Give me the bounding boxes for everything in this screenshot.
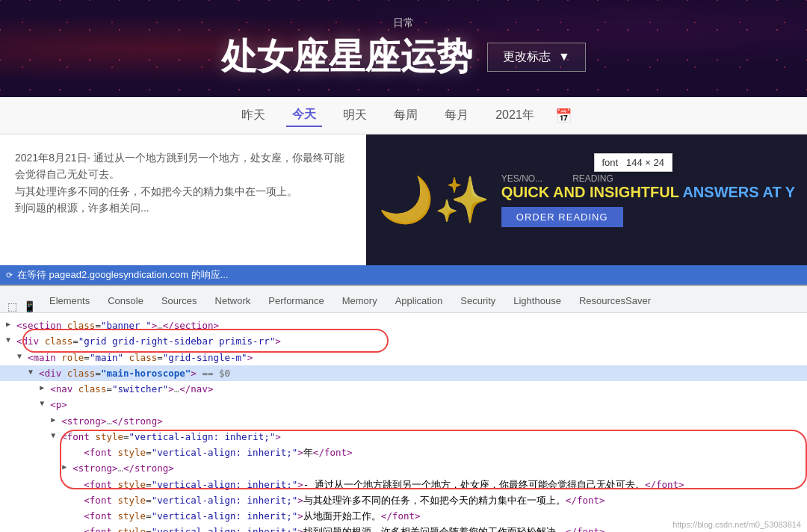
banner-subtitle: 日常 (393, 16, 414, 30)
code-line-6: ▼ <p> (0, 397, 807, 412)
calendar-icon[interactable]: 📅 (555, 108, 572, 124)
content-text3: 到问题的根源，许多相关问... (15, 202, 149, 214)
content-date: 2021年8月21日- (15, 152, 90, 164)
collapse-triangle[interactable]: ▶ (40, 381, 50, 394)
ad-banner: 🌙✨ YES/NO... READING QUICK AND INSIGHTFU… (366, 134, 807, 265)
banner: 日常 处女座星座运势 更改标志 ▼ (0, 0, 807, 97)
banner-title: 处女座星座运势 更改标志 ▼ (221, 33, 586, 81)
collapse-triangle[interactable]: ▶ (6, 318, 16, 330)
code-line-10: ▶ <strong>…</strong> (0, 460, 807, 476)
devtools-tabs: ⬚ 📱 Elements Console Sources Network Per… (0, 286, 807, 313)
nav-year[interactable]: 2021年 (489, 105, 540, 126)
code-panel: ▶ <section class="banner ">…</section> ▼… (0, 313, 807, 532)
tab-network[interactable]: Network (206, 291, 260, 312)
nav-monthly[interactable]: 每月 (439, 105, 474, 126)
code-line-4[interactable]: ▼ <div class="main-horoscope"> == $0 (0, 365, 807, 381)
device-icon[interactable]: 📱 (23, 300, 36, 312)
collapse-triangle[interactable]: ▶ (62, 460, 72, 473)
status-bar: ⟳ 在等待 pagead2.googlesyndication.com 的响应.… (0, 265, 807, 285)
devtools-panel: ⬚ 📱 Elements Console Sources Network Per… (0, 285, 807, 532)
ad-inner: 🌙✨ YES/NO... READING QUICK AND INSIGHTFU… (378, 173, 795, 227)
tab-lighthouse[interactable]: Lighthouse (504, 291, 570, 312)
chevron-down-icon: ▼ (558, 50, 570, 64)
collapse-triangle[interactable]: ▼ (51, 429, 61, 442)
nav-today[interactable]: 今天 (286, 104, 322, 127)
expand-triangle (73, 492, 84, 505)
expand-triangle (73, 445, 84, 457)
tooltip-label: font (602, 157, 619, 168)
content-text: 2021年8月21日- 通过从一个地方跳到另一个地方，处女座，你最终可能会觉得自… (0, 134, 366, 265)
tab-resourcessaver[interactable]: ResourcesSaver (570, 291, 660, 312)
content-area: 2021年8月21日- 通过从一个地方跳到另一个地方，处女座，你最终可能会觉得自… (0, 134, 807, 265)
collapse-triangle[interactable]: ▼ (40, 397, 50, 409)
expand-triangle (73, 524, 84, 532)
tooltip-box: font 144 × 24 (594, 153, 673, 172)
code-line-2: ▼ <div class="grid grid-right-sidebar pr… (0, 333, 807, 349)
devtools-toolbar: ⬚ 📱 (3, 300, 40, 312)
change-logo-label: 更改标志 (503, 49, 551, 65)
nav-bar: 昨天 今天 明天 每周 每月 2021年 📅 (0, 97, 807, 134)
code-line-9: <font style="vertical-align: inherit;">年… (0, 445, 807, 460)
ad-headline: QUICK AND INSIGHTFUL ANSWERS AT Y (501, 184, 795, 201)
status-text: 在等待 pagead2.googlesyndication.com 的响应... (17, 268, 229, 282)
collapse-triangle[interactable]: ▼ (28, 365, 39, 378)
bottom-link: https://blog.csdn.net/m0_53083814 (672, 520, 801, 529)
nav-weekly[interactable]: 每周 (388, 105, 424, 126)
ad-text: YES/NO... READING QUICK AND INSIGHTFUL A… (501, 173, 795, 227)
tab-sources[interactable]: Sources (152, 291, 206, 312)
code-line-8: ▼ <font style="vertical-align: inherit;"… (0, 429, 807, 445)
expand-triangle (73, 477, 84, 489)
tab-performance[interactable]: Performance (259, 291, 333, 312)
tab-application[interactable]: Application (386, 291, 452, 312)
code-line-7: ▶ <strong>…</strong> (0, 413, 807, 429)
collapse-triangle[interactable]: ▼ (6, 333, 16, 346)
tooltip-size: 144 × 24 (626, 157, 664, 168)
nav-tomorrow[interactable]: 明天 (337, 105, 373, 126)
moon-icon: 🌙✨ (378, 173, 490, 226)
order-reading-button[interactable]: ORDER READING (501, 207, 623, 227)
code-line-12: <font style="vertical-align: inherit;">与… (0, 492, 807, 508)
ad-yes-no: YES/NO... READING (501, 173, 795, 184)
nav-yesterday[interactable]: 昨天 (235, 105, 271, 126)
tab-console[interactable]: Console (99, 291, 152, 312)
code-line-11: <font style="vertical-align: inherit;">-… (0, 477, 807, 492)
change-logo-button[interactable]: 更改标志 ▼ (487, 43, 586, 72)
tab-memory[interactable]: Memory (333, 291, 386, 312)
code-line-5: ▶ <nav class="switcher">…</nav> (0, 381, 807, 397)
code-line-3: ▼ <main role="main" class="grid-single-m… (0, 350, 807, 365)
collapse-triangle[interactable]: ▶ (51, 413, 61, 426)
content-text2: 与其处理许多不同的任务，不如把今天的精力集中在一项上。 (15, 185, 297, 197)
expand-triangle (73, 508, 84, 521)
banner-title-text: 处女座星座运势 (221, 33, 472, 81)
collapse-triangle[interactable]: ▼ (17, 350, 28, 362)
inspect-icon[interactable]: ⬚ (7, 300, 17, 312)
tab-security[interactable]: Security (451, 291, 504, 312)
code-line-1: ▶ <section class="banner ">…</section> (0, 318, 807, 333)
tab-elements[interactable]: Elements (40, 291, 99, 312)
loading-icon: ⟳ (6, 270, 13, 280)
